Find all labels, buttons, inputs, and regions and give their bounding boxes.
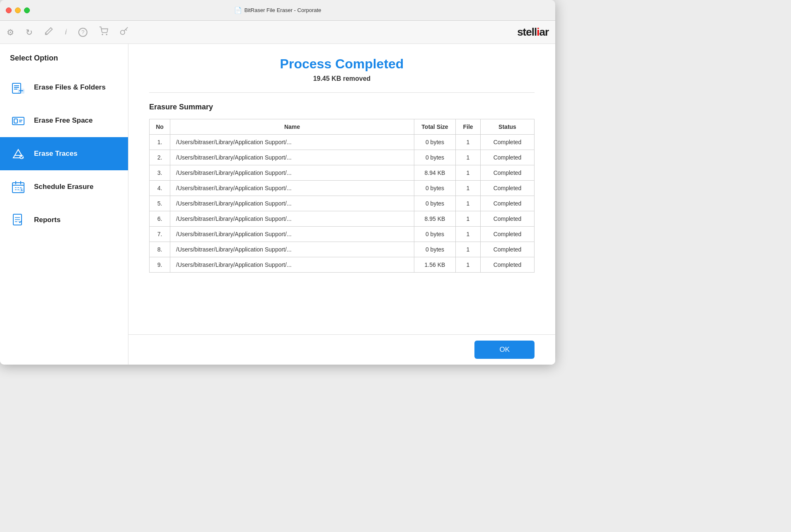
- col-header-name: Name: [170, 119, 414, 135]
- cart-icon[interactable]: [99, 27, 108, 38]
- cell-name: /Users/bitraser/Library/Application Supp…: [170, 242, 414, 257]
- cell-name: /Users/bitraser/Library/Application Supp…: [170, 150, 414, 165]
- cell-no: 2.: [150, 150, 170, 165]
- cell-name: /Users/bitraser/Library/Application Supp…: [170, 257, 414, 273]
- cell-file: 1: [456, 150, 481, 165]
- erase-traces-icon: [10, 145, 27, 162]
- cell-status: Completed: [481, 181, 535, 196]
- cell-status: Completed: [481, 211, 535, 227]
- sidebar: Select Option Erase Files & Folders: [0, 44, 128, 365]
- cell-file: 1: [456, 196, 481, 211]
- svg-point-13: [19, 155, 24, 159]
- sidebar-item-erase-traces[interactable]: Erase Traces: [0, 137, 128, 170]
- col-header-status: Status: [481, 119, 535, 135]
- key-icon[interactable]: [120, 27, 129, 38]
- cell-no: 9.: [150, 257, 170, 273]
- refresh-icon[interactable]: ↻: [26, 27, 33, 37]
- cell-status: Completed: [481, 257, 535, 273]
- main-layout: Select Option Erase Files & Folders: [0, 44, 555, 365]
- sidebar-item-label-schedule-erasure: Schedule Erasure: [34, 183, 94, 191]
- app-icon: 📄: [234, 7, 242, 14]
- cell-status: Completed: [481, 196, 535, 211]
- select-option-label: Select Option: [0, 51, 128, 71]
- titlebar: 📄 BitRaser File Eraser - Corporate: [0, 0, 555, 21]
- col-header-no: No: [150, 119, 170, 135]
- table-row: 6. /Users/bitraser/Library/Application S…: [150, 211, 535, 227]
- cell-file: 1: [456, 181, 481, 196]
- col-header-file: File: [456, 119, 481, 135]
- info-icon[interactable]: i: [65, 28, 67, 36]
- stellar-logo-accent: i: [537, 26, 539, 38]
- erasure-summary-title: Erasure Summary: [149, 103, 535, 111]
- sidebar-item-erase-free-space[interactable]: Erase Free Space: [0, 104, 128, 137]
- table-row: 7. /Users/bitraser/Library/Application S…: [150, 227, 535, 242]
- table-row: 9. /Users/bitraser/Library/Application S…: [150, 257, 535, 273]
- cell-total-size: 8.95 KB: [414, 211, 456, 227]
- cell-file: 1: [456, 257, 481, 273]
- traffic-lights: [6, 7, 30, 13]
- stellar-logo: stelliar: [517, 26, 549, 39]
- main-content: Process Completed 19.45 KB removed Erasu…: [128, 44, 555, 334]
- svg-point-1: [106, 34, 107, 35]
- cell-status: Completed: [481, 135, 535, 150]
- settings-icon[interactable]: ⚙: [7, 27, 14, 37]
- process-title: Process Completed: [149, 56, 535, 72]
- cell-name: /Users/bitraser/Library/Application Supp…: [170, 211, 414, 227]
- erase-free-space-icon: [10, 112, 27, 129]
- cell-no: 5.: [150, 196, 170, 211]
- cell-name: /Users/bitraser/Library/Application Supp…: [170, 227, 414, 242]
- ok-button[interactable]: OK: [474, 341, 535, 359]
- cell-file: 1: [456, 135, 481, 150]
- cell-name: /Users/bitraser/Library/Application Supp…: [170, 181, 414, 196]
- table-row: 5. /Users/bitraser/Library/Application S…: [150, 196, 535, 211]
- cell-name: /Users/bitraser/Library/Application Supp…: [170, 196, 414, 211]
- toolbar: ⚙ ↻ i ? stelliar: [0, 21, 555, 44]
- erase-files-icon: [10, 79, 27, 96]
- close-button[interactable]: [6, 7, 12, 13]
- sidebar-item-reports[interactable]: Reports: [0, 203, 128, 237]
- cell-status: Completed: [481, 165, 535, 181]
- cell-file: 1: [456, 165, 481, 181]
- cell-no: 8.: [150, 242, 170, 257]
- content-divider: [149, 92, 535, 93]
- sidebar-item-schedule-erasure[interactable]: Schedule Erasure: [0, 170, 128, 203]
- cell-no: 3.: [150, 165, 170, 181]
- cell-file: 1: [456, 227, 481, 242]
- table-row: 8. /Users/bitraser/Library/Application S…: [150, 242, 535, 257]
- cell-total-size: 0 bytes: [414, 135, 456, 150]
- toolbar-icons: ⚙ ↻ i ?: [7, 27, 129, 38]
- sidebar-item-erase-files[interactable]: Erase Files & Folders: [0, 71, 128, 104]
- svg-point-2: [121, 30, 125, 34]
- schedule-erasure-icon: [10, 179, 27, 195]
- minimize-button[interactable]: [15, 7, 21, 13]
- svg-point-0: [102, 34, 103, 35]
- reports-icon: [10, 212, 27, 228]
- titlebar-title: BitRaser File Eraser - Corporate: [244, 7, 322, 13]
- cell-no: 1.: [150, 135, 170, 150]
- table-row: 1. /Users/bitraser/Library/Application S…: [150, 135, 535, 150]
- cell-file: 1: [456, 242, 481, 257]
- sidebar-item-label-erase-traces: Erase Traces: [34, 150, 77, 158]
- cell-no: 7.: [150, 227, 170, 242]
- maximize-button[interactable]: [24, 7, 30, 13]
- ok-button-area: OK: [128, 334, 555, 365]
- help-icon[interactable]: ?: [78, 28, 87, 37]
- cell-status: Completed: [481, 150, 535, 165]
- cell-no: 6.: [150, 211, 170, 227]
- cell-total-size: 0 bytes: [414, 181, 456, 196]
- cell-total-size: 8.94 KB: [414, 165, 456, 181]
- cell-no: 4.: [150, 181, 170, 196]
- sidebar-item-label-erase-files: Erase Files & Folders: [34, 83, 106, 92]
- table-row: 2. /Users/bitraser/Library/Application S…: [150, 150, 535, 165]
- cell-name: /Users/bitraser/Library/Application Supp…: [170, 165, 414, 181]
- cell-file: 1: [456, 211, 481, 227]
- titlebar-center: 📄 BitRaser File Eraser - Corporate: [234, 7, 322, 14]
- erasure-summary-table: No Name Total Size File Status 1. /Users…: [149, 119, 535, 273]
- table-row: 4. /Users/bitraser/Library/Application S…: [150, 181, 535, 196]
- cell-status: Completed: [481, 242, 535, 257]
- sidebar-item-label-reports: Reports: [34, 216, 60, 224]
- process-subtitle: 19.45 KB removed: [149, 75, 535, 82]
- cell-total-size: 1.56 KB: [414, 257, 456, 273]
- eraser-icon[interactable]: [44, 27, 53, 38]
- cell-total-size: 0 bytes: [414, 196, 456, 211]
